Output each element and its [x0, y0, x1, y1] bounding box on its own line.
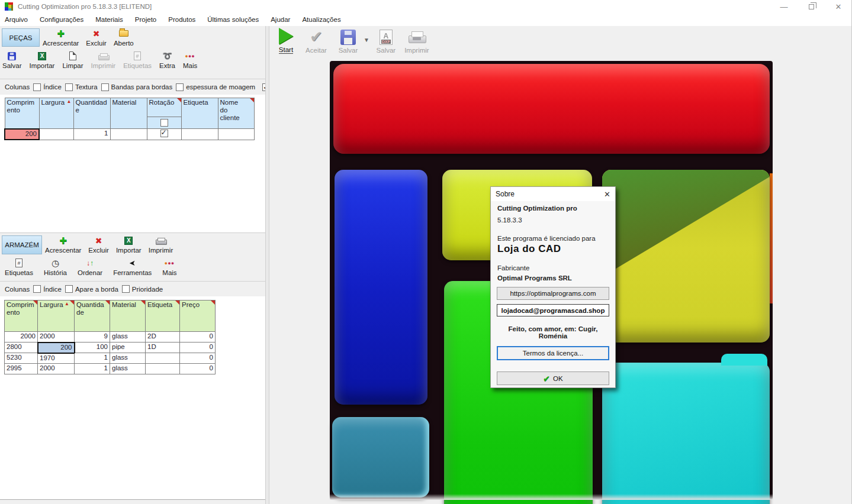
t1-cell-material[interactable] [110, 129, 147, 140]
cell[interactable]: 2800 [5, 343, 38, 353]
checkbox[interactable] [122, 285, 130, 293]
selected-cell[interactable]: 200 [38, 343, 75, 353]
pecas-aberto-button[interactable]: Aberto [114, 28, 134, 47]
menu-projeto[interactable]: Projeto [135, 16, 156, 23]
dialog-app-name: Cutting Optimization pro [497, 205, 609, 212]
menu-configuracoes[interactable]: Configurações [40, 16, 83, 23]
email-field[interactable]: lojadocad@programascad.shop [497, 304, 609, 316]
menu-arquivo[interactable]: Arquivo [5, 16, 28, 23]
check-apare-borda[interactable]: Apare a borda [65, 285, 118, 293]
cell[interactable]: 1D [146, 343, 180, 353]
checkbox[interactable] [65, 83, 73, 91]
cell[interactable]: 0 [180, 343, 216, 353]
menu-ultimas-solucoes[interactable]: Últimas soluções [207, 16, 259, 23]
menu-atualizacoes[interactable]: Atualizações [302, 16, 340, 23]
cell[interactable]: 0 [180, 353, 216, 364]
cell[interactable]: 2995 [5, 364, 38, 374]
armazem-excluir-button[interactable]: ✖Excluir [88, 235, 109, 254]
t1-cell-quantidade[interactable]: 1 [73, 129, 110, 140]
check-indice-2[interactable]: Índice [33, 285, 62, 293]
license-terms-button[interactable]: Termos da licença... [497, 346, 609, 360]
cell[interactable]: 2D [146, 332, 180, 343]
menu-produtos[interactable]: Produtos [168, 16, 195, 23]
t1-header-largura[interactable]: Largura▲ [39, 98, 73, 129]
cell[interactable]: 2000 [38, 364, 75, 374]
check-espessura[interactable]: espessura de moagem [176, 83, 255, 91]
t1-header-material[interactable]: Material [110, 98, 147, 129]
t2-header-largura[interactable]: Largura▲ [38, 301, 75, 332]
armazem-imprimir-button[interactable]: Imprimir [149, 235, 173, 254]
checkbox[interactable] [176, 83, 184, 91]
pecas-excluir-button[interactable]: ✖Excluir [86, 28, 107, 47]
cell[interactable]: 1970 [38, 353, 75, 364]
armazem-acrescentar-button[interactable]: ✚Acrescentar [45, 235, 81, 254]
armazem-etiquetas-button[interactable]: #Etiquetas [5, 258, 33, 276]
cell[interactable]: 100 [75, 343, 110, 353]
start-button[interactable]: Start [272, 28, 300, 54]
cell[interactable]: pipe [110, 343, 146, 353]
t2-header-preco[interactable]: Preço [180, 301, 216, 332]
t2-header-comprimento[interactable]: Comprimento [5, 301, 38, 332]
t1-cell-largura[interactable] [39, 129, 73, 140]
checkbox[interactable] [65, 285, 73, 293]
check-indice[interactable]: Índice [33, 83, 62, 91]
cell[interactable]: 9 [75, 332, 110, 343]
t1-header-rotacao[interactable]: Rotação [147, 98, 181, 129]
t1-header-etiqueta[interactable]: Etiqueta [181, 98, 218, 129]
cell[interactable]: 5230 [5, 353, 38, 364]
pecas-mais-button[interactable]: •••Mais [183, 51, 197, 69]
t1-header-quantidade[interactable]: Quantidade [73, 98, 110, 129]
menu-materiais[interactable]: Materiais [95, 16, 123, 23]
cell[interactable]: 0 [180, 332, 216, 343]
dialog-close-icon[interactable]: ✕ [604, 190, 610, 199]
check-prioridade[interactable]: Prioridade [122, 285, 163, 293]
checkbox[interactable] [33, 83, 41, 91]
check-bandas[interactable]: Bandas para bordas [101, 83, 173, 91]
tab-armazem[interactable]: ARMAZÉM [2, 235, 42, 254]
cell[interactable]: 1 [75, 353, 110, 364]
dialog-manufacturer: Optimal Programs SRL [497, 274, 609, 282]
menu-ajudar[interactable]: Ajudar [271, 16, 290, 23]
rotacao-header-checkbox[interactable] [160, 119, 168, 127]
cell[interactable] [146, 364, 180, 374]
cell[interactable]: glass [110, 332, 146, 343]
pecas-limpar-button[interactable]: Limpar [62, 51, 83, 69]
t1-cell-nome[interactable] [218, 129, 254, 140]
cell[interactable]: 1 [75, 364, 110, 374]
cell[interactable]: glass [110, 364, 146, 374]
pecas-importar-button[interactable]: XImportar [30, 51, 55, 69]
t1-cell-etiqueta[interactable] [181, 129, 218, 140]
pecas-salvar-button[interactable]: Salvar [2, 51, 22, 69]
website-button[interactable]: https://optimalprograms.com [497, 287, 609, 300]
t1-cell-rotacao[interactable] [147, 129, 181, 140]
t1-cell-comprimento[interactable]: 200 [5, 129, 39, 140]
close-button[interactable]: ✕ [825, 0, 852, 13]
save-dropdown-arrow-icon[interactable]: ▼ [364, 37, 369, 43]
restore-button[interactable] [798, 0, 825, 13]
cell[interactable]: 2000 [38, 332, 75, 343]
cell[interactable]: glass [110, 353, 146, 364]
armazem-historia-button[interactable]: ◷História [44, 258, 67, 276]
armazem-importar-button[interactable]: XImportar [116, 235, 142, 254]
t2-header-etiqueta[interactable]: Etiqueta [146, 301, 180, 332]
ok-button[interactable]: ✔ OK [497, 371, 609, 385]
cell[interactable]: 0 [180, 364, 216, 374]
t2-header-quantidade[interactable]: Quantidade [75, 301, 110, 332]
tab-pecas[interactable]: PEÇAS [2, 28, 40, 47]
pecas-extra-button[interactable]: ➰Extra [159, 51, 175, 69]
t2-header-material[interactable]: Material [110, 301, 146, 332]
check-textura[interactable]: Textura [65, 83, 98, 91]
checkbox[interactable] [33, 285, 41, 293]
t1-header-nome-cliente[interactable]: Nome do cliente [218, 98, 254, 129]
minimize-button[interactable]: — [770, 0, 798, 13]
cell[interactable]: 2000 [5, 332, 38, 343]
armazem-mais-button[interactable]: •••Mais [162, 258, 176, 276]
checkbox[interactable] [101, 83, 109, 91]
pecas-acrescentar-button[interactable]: ✚Acrescentar [43, 28, 79, 47]
rotacao-checkbox[interactable] [160, 130, 168, 137]
cell[interactable] [146, 353, 180, 364]
t1-header-comprimento[interactable]: Comprimento [5, 98, 39, 129]
panel-divider[interactable] [265, 26, 269, 504]
armazem-ferramentas-button[interactable]: ➤Ferramentas [113, 258, 152, 276]
armazem-ordenar-button[interactable]: ↓↑Ordenar [78, 258, 102, 276]
